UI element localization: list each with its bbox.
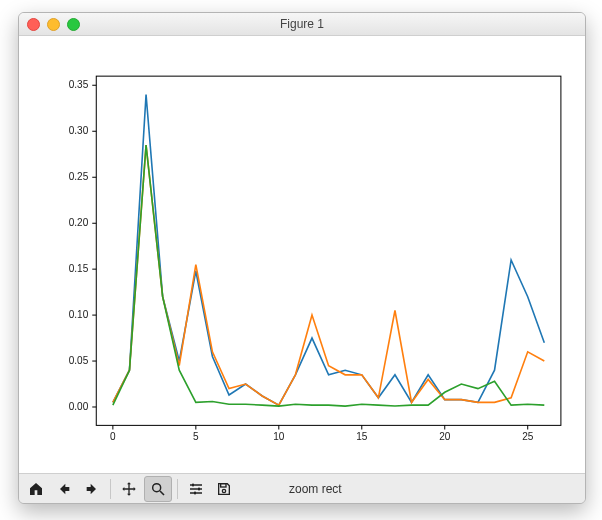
window-title: Figure 1	[280, 17, 324, 31]
maximize-icon[interactable]	[67, 18, 80, 31]
svg-text:0.25: 0.25	[69, 171, 89, 182]
svg-line-30	[160, 491, 164, 495]
pan-button[interactable]	[116, 477, 142, 501]
save-button[interactable]	[211, 477, 237, 501]
svg-text:10: 10	[273, 431, 285, 442]
titlebar: Figure 1	[19, 13, 585, 36]
configure-button[interactable]	[183, 477, 209, 501]
svg-text:0.30: 0.30	[69, 125, 89, 136]
svg-rect-34	[192, 483, 194, 486]
svg-text:5: 5	[193, 431, 199, 442]
zoom-icon	[150, 481, 166, 497]
minimize-icon[interactable]	[47, 18, 60, 31]
toolbar: zoom rect	[19, 473, 585, 503]
svg-text:15: 15	[356, 431, 368, 442]
svg-text:0.00: 0.00	[69, 401, 89, 412]
svg-text:0.20: 0.20	[69, 217, 89, 228]
svg-text:0.35: 0.35	[69, 79, 89, 90]
svg-text:25: 25	[522, 431, 534, 442]
arrow-right-icon	[84, 481, 100, 497]
svg-rect-36	[194, 491, 196, 494]
save-icon	[216, 481, 232, 497]
svg-text:0.10: 0.10	[69, 309, 89, 320]
chart: 05101520250.000.050.100.150.200.250.300.…	[19, 36, 585, 475]
svg-point-38	[222, 489, 225, 492]
plot-canvas[interactable]: 05101520250.000.050.100.150.200.250.300.…	[19, 36, 585, 473]
home-button[interactable]	[23, 477, 49, 501]
svg-text:0: 0	[110, 431, 116, 442]
svg-text:0.05: 0.05	[69, 355, 89, 366]
move-icon	[121, 481, 137, 497]
toolbar-separator	[177, 479, 178, 499]
home-icon	[28, 481, 44, 497]
svg-rect-37	[221, 483, 226, 486]
back-button[interactable]	[51, 477, 77, 501]
close-icon[interactable]	[27, 18, 40, 31]
svg-point-29	[153, 483, 161, 491]
svg-rect-35	[198, 487, 200, 490]
toolbar-status: zoom rect	[289, 482, 342, 496]
arrow-left-icon	[56, 481, 72, 497]
svg-text:20: 20	[439, 431, 451, 442]
forward-button[interactable]	[79, 477, 105, 501]
window-controls	[27, 18, 80, 31]
sliders-icon	[188, 481, 204, 497]
zoom-button[interactable]	[144, 476, 172, 502]
figure-window: Figure 1 05101520250.000.050.100.150.200…	[18, 12, 586, 504]
toolbar-separator	[110, 479, 111, 499]
svg-text:0.15: 0.15	[69, 263, 89, 274]
